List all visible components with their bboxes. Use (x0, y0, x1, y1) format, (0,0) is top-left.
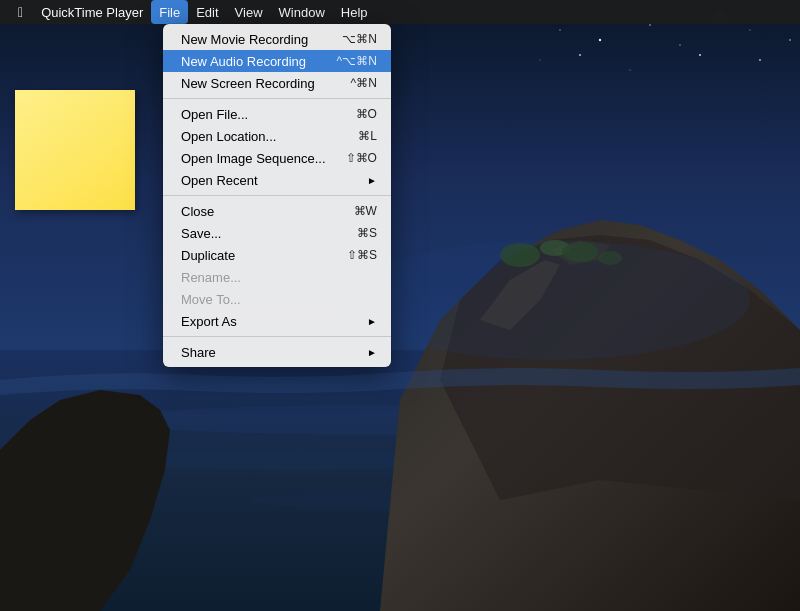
menubar-help[interactable]: Help (333, 0, 376, 24)
menu-item-shortcut: ⌘L (358, 129, 377, 143)
menu-item-move-to: Move To... (163, 288, 391, 310)
menu-item-new-screen-recording[interactable]: New Screen Recording ^⌘N (163, 72, 391, 94)
menu-separator-1 (163, 98, 391, 99)
menu-item-shortcut: ⇧⌘S (347, 248, 377, 262)
menu-item-shortcut: ⌘O (356, 107, 377, 121)
svg-point-21 (350, 240, 750, 360)
submenu-arrow-icon: ► (367, 347, 377, 358)
file-dropdown-menu: New Movie Recording ⌥⌘N New Audio Record… (163, 24, 391, 367)
menu-item-label: Save... (181, 226, 221, 241)
svg-point-2 (649, 24, 651, 26)
menu-item-export-as[interactable]: Export As ► (163, 310, 391, 332)
menubar:  QuickTime Player File Edit View Window… (0, 0, 800, 24)
svg-point-3 (699, 54, 701, 56)
svg-point-10 (579, 54, 581, 56)
menu-item-label: Open File... (181, 107, 248, 122)
desktop:  QuickTime Player File Edit View Window… (0, 0, 800, 611)
menu-item-label: Duplicate (181, 248, 235, 263)
menu-item-shortcut: ⌘S (357, 226, 377, 240)
menu-item-open-location[interactable]: Open Location... ⌘L (163, 125, 391, 147)
menu-item-save[interactable]: Save... ⌘S (163, 222, 391, 244)
menu-item-shortcut: ⌘W (354, 204, 377, 218)
menubar-file[interactable]: File (151, 0, 188, 24)
menu-item-new-movie-recording[interactable]: New Movie Recording ⌥⌘N (163, 28, 391, 50)
menu-item-label: Move To... (181, 292, 241, 307)
menu-item-label: Close (181, 204, 214, 219)
sticky-note (15, 90, 135, 210)
menu-item-label: Open Recent (181, 173, 258, 188)
menu-item-new-audio-recording[interactable]: New Audio Recording ^⌥⌘N (163, 50, 391, 72)
menu-item-shortcut: ^⌘N (351, 76, 377, 90)
svg-point-8 (629, 69, 630, 70)
menu-item-shortcut: ⇧⌘O (346, 151, 377, 165)
menu-item-open-recent[interactable]: Open Recent ► (163, 169, 391, 191)
menu-item-open-image-sequence[interactable]: Open Image Sequence... ⇧⌘O (163, 147, 391, 169)
menu-item-label: Export As (181, 314, 237, 329)
svg-point-12 (540, 60, 541, 61)
menu-item-shortcut: ⌥⌘N (342, 32, 377, 46)
svg-point-9 (789, 39, 791, 41)
menubar-app-name[interactable]: QuickTime Player (33, 0, 151, 24)
menu-item-label: Share (181, 345, 216, 360)
svg-point-7 (759, 59, 761, 61)
menubar-window[interactable]: Window (271, 0, 333, 24)
menu-item-label: New Movie Recording (181, 32, 308, 47)
menu-item-share[interactable]: Share ► (163, 341, 391, 363)
menubar-view[interactable]: View (227, 0, 271, 24)
menu-item-label: Open Image Sequence... (181, 151, 326, 166)
menu-item-label: New Screen Recording (181, 76, 315, 91)
svg-point-11 (559, 29, 560, 30)
apple-menu[interactable]:  (8, 0, 33, 24)
submenu-arrow-icon: ► (367, 316, 377, 327)
menu-item-label: Rename... (181, 270, 241, 285)
svg-point-6 (679, 44, 680, 45)
menubar-edit[interactable]: Edit (188, 0, 226, 24)
menu-item-rename: Rename... (163, 266, 391, 288)
menu-separator-3 (163, 336, 391, 337)
menu-item-label: New Audio Recording (181, 54, 306, 69)
svg-point-1 (599, 39, 601, 41)
menu-separator-2 (163, 195, 391, 196)
menu-item-shortcut: ^⌥⌘N (337, 54, 377, 68)
svg-point-4 (749, 29, 750, 30)
menu-item-open-file[interactable]: Open File... ⌘O (163, 103, 391, 125)
menu-item-label: Open Location... (181, 129, 276, 144)
menu-item-close[interactable]: Close ⌘W (163, 200, 391, 222)
submenu-arrow-icon: ► (367, 175, 377, 186)
menu-item-duplicate[interactable]: Duplicate ⇧⌘S (163, 244, 391, 266)
